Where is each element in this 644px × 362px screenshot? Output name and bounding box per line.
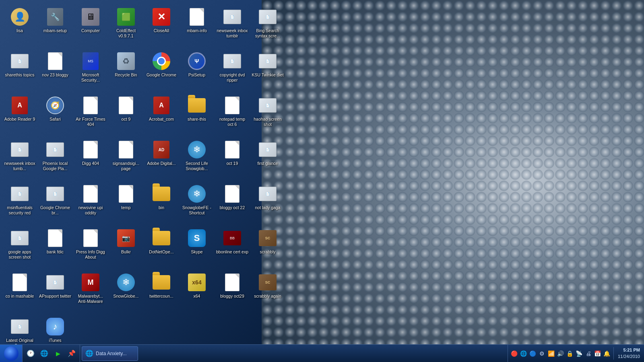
desktop-icon-secondlife[interactable]: ❄Second Life Snowglob... bbox=[179, 137, 215, 181]
ql-pin[interactable]: 📌 bbox=[65, 347, 78, 360]
desktop-icon-bloggy-oct22[interactable]: bloggy oct 22 bbox=[215, 181, 250, 225]
icon-label-msinfluentials: msinfluentials security red bbox=[4, 205, 36, 215]
tray-icon-10[interactable]: 📅 bbox=[594, 350, 602, 358]
desktop-icon-signsandsigi[interactable]: signsandsigi... page bbox=[108, 137, 144, 181]
desktop-icon-ms-security[interactable]: MSMicrosoft Security... bbox=[73, 48, 108, 93]
desktop-icon-bank-fdic[interactable]: bank fdic bbox=[37, 225, 73, 269]
desktop-icon-chrome-br[interactable]: 📄Google Chrome br... bbox=[37, 181, 73, 225]
desktop-icon-copyright-dvd[interactable]: 📄copyright dvd ripper bbox=[215, 48, 250, 93]
desktop-icon-adobe-reader[interactable]: AAdobe Reader 9 bbox=[2, 93, 37, 137]
desktop-icon-bloggy-oct29[interactable]: bloggy oct29 bbox=[215, 269, 250, 314]
desktop-icon-digg-404[interactable]: Digg 404 bbox=[73, 137, 108, 181]
taskbar-windows: 🌐 Data Anxiety... bbox=[80, 345, 508, 362]
desktop-icon-recycle-bin[interactable]: ♻Recycle Bin bbox=[108, 48, 144, 93]
tray-icon-9[interactable]: 🖨 bbox=[584, 350, 592, 358]
icon-label-lisa: lisa bbox=[17, 28, 23, 33]
desktop-icon-notepad-oct6[interactable]: notepad temp oct 6 bbox=[215, 93, 250, 137]
desktop-icon-skype[interactable]: SSkype bbox=[179, 225, 215, 269]
icon-image-computer: 🖥 bbox=[81, 7, 100, 27]
icon-image-latest-bre: 📄 bbox=[10, 317, 29, 336]
desktop-icon-closeall[interactable]: ✕CloseAll bbox=[144, 4, 179, 48]
icon-label-adobe-reader: Adobe Reader 9 bbox=[4, 117, 35, 122]
desktop-icon-newsvine[interactable]: newsvine upi oddity bbox=[73, 181, 108, 225]
desktop-icon-coldeffect[interactable]: 🟩ColdEffect v0.9.7.1 bbox=[108, 4, 144, 48]
icon-image-copyright-dvd: 📄 bbox=[223, 51, 242, 71]
desktop-icon-oct19[interactable]: oct 19 bbox=[215, 137, 250, 181]
tray-icon-7[interactable]: 🔒 bbox=[566, 350, 574, 358]
desktop-icon-mbam-info[interactable]: mbam-info bbox=[179, 4, 215, 48]
desktop-icon-malwarebytes[interactable]: MMalwarebyt... Anti-Malware bbox=[73, 269, 108, 314]
desktop-icon-airforce-times[interactable]: Air Force Times 404 bbox=[73, 93, 108, 137]
tray-icon-3[interactable]: 🔵 bbox=[529, 350, 537, 358]
desktop-icon-scrabbly2[interactable]: SCscrabbly again bbox=[250, 269, 285, 314]
desktop-icon-mbam-setup[interactable]: 🔧mbam-setup bbox=[37, 4, 73, 48]
desktop-icon-psisetup[interactable]: ΨPsiSetup bbox=[179, 48, 215, 93]
desktop-icon-twittercoun[interactable]: twittercoun... bbox=[144, 269, 179, 314]
icon-label-google-apps: google apps screen shot bbox=[4, 249, 36, 259]
tray-icon-2[interactable]: 🌐 bbox=[520, 350, 528, 358]
desktop-icon-x64[interactable]: x64x64 bbox=[179, 269, 215, 314]
desktop-icon-not-lady-gaga[interactable]: 📄not lady gaga bbox=[250, 181, 285, 225]
desktop-icon-adobe-digital[interactable]: ADAdobe Digital... bbox=[144, 137, 179, 181]
icon-image-bulkr: 📷 bbox=[116, 228, 136, 248]
desktop-icon-phoenix-local[interactable]: 📄Phoenix local Google Pla... bbox=[37, 137, 73, 181]
taskbar-window-chrome[interactable]: 🌐 Data Anxiety... bbox=[82, 346, 138, 361]
desktop-icon-snowglobe2[interactable]: ❄SnowGlobe... bbox=[108, 269, 144, 314]
icon-label-bank-fdic: bank fdic bbox=[47, 249, 64, 255]
tray-icon-5[interactable]: 📶 bbox=[547, 350, 555, 358]
icon-label-secondlife: Second Life Snowglob... bbox=[181, 161, 213, 171]
desktop-icon-temp[interactable]: temp bbox=[108, 181, 144, 225]
clock[interactable]: 5:21 PM 11/24/2010 bbox=[613, 347, 644, 360]
tray-icon-11[interactable]: 🔔 bbox=[603, 350, 611, 358]
icon-label-bulkr: Bulkr bbox=[121, 249, 131, 255]
desktop-icon-first-glance[interactable]: 📄first glance bbox=[250, 137, 285, 181]
desktop-icon-haohao[interactable]: 📄haohao screen shot bbox=[250, 93, 285, 137]
desktop-icon-scrabbly[interactable]: SCscrabbly bbox=[250, 225, 285, 269]
ql-ie[interactable]: 🌐 bbox=[38, 347, 51, 360]
thumbnail-icon: 📄 bbox=[259, 54, 277, 68]
desktop-icon-bbonline[interactable]: BBbbonline cert exp bbox=[215, 225, 250, 269]
desktop-icon-google-apps[interactable]: 📄google apps screen shot bbox=[2, 225, 37, 269]
desktop-icon-press-info[interactable]: Press Info Digg About bbox=[73, 225, 108, 269]
desktop-icon-bin[interactable]: bin bbox=[144, 181, 179, 225]
icon-label-safari: Safari bbox=[50, 117, 60, 122]
desktop-icon-acrobat-com[interactable]: AAcrobat_com bbox=[144, 93, 179, 137]
tray-icon-8[interactable]: 📡 bbox=[575, 350, 583, 358]
icon-image-google-chrome bbox=[152, 51, 171, 71]
desktop-icon-lisa[interactable]: 👤lisa bbox=[2, 4, 37, 48]
desktop-icon-bulkr[interactable]: 📷Bulkr bbox=[108, 225, 144, 269]
ql-winamp[interactable]: ▶ bbox=[52, 347, 64, 360]
start-button[interactable] bbox=[0, 345, 23, 362]
icon-image-ksu-twinkie: 📄 bbox=[258, 51, 277, 71]
tray-icon-4[interactable]: ⚙ bbox=[538, 350, 546, 358]
desktop-icon-bing-search[interactable]: 📄Bing Search syntax scre... bbox=[250, 4, 285, 48]
icon-label-malwarebytes: Malwarebyt... Anti-Malware bbox=[74, 294, 107, 304]
desktop-icon-snowglobefe[interactable]: ❄SnowglobeFE - Shortcut bbox=[179, 181, 215, 225]
malware-icon: M bbox=[82, 274, 99, 291]
desktop-icon-co-mashable[interactable]: co in mashable bbox=[2, 269, 37, 314]
desktop-icon-nov23[interactable]: nov 23 bloggy bbox=[37, 48, 73, 93]
icon-image-psisetup: Ψ bbox=[187, 51, 206, 71]
desktop-icon-apsupport[interactable]: 📄APsupport twitter bbox=[37, 269, 73, 314]
desktop-icon-dotnetope[interactable]: DotNetOpe... bbox=[144, 225, 179, 269]
tray-icon-6[interactable]: 🔊 bbox=[557, 350, 565, 358]
icon-image-bin bbox=[152, 184, 171, 204]
desktop-icon-computer[interactable]: 🖥Computer bbox=[73, 4, 108, 48]
thumbnail-icon: 📄 bbox=[11, 187, 29, 201]
desktop-icon-oct9[interactable]: oct 9 bbox=[108, 93, 144, 137]
desktop-icon-msinfluentials[interactable]: 📄msinfluentials security red bbox=[2, 181, 37, 225]
desktop-icon-google-chrome[interactable]: Google Chrome bbox=[144, 48, 179, 93]
document-icon bbox=[225, 141, 239, 158]
desktop-icon-sharethis[interactable]: 📄sharethis topics bbox=[2, 48, 37, 93]
desktop-icon-newsweek-inbox2[interactable]: 📄newsweek inbox tumb... bbox=[2, 137, 37, 181]
desktop-icon-newsweek-inbox[interactable]: 📄newsweek inbox tumblr bbox=[215, 4, 250, 48]
icon-image-ms-security: MS bbox=[81, 51, 100, 71]
desktop-icon-safari[interactable]: 🧭Safari bbox=[37, 93, 73, 137]
tray-icon-1[interactable]: 🔴 bbox=[510, 350, 518, 358]
ql-show-desktop[interactable]: 🕐 bbox=[24, 347, 37, 360]
icon-image-share-this bbox=[187, 96, 206, 115]
icon-label-snowglobe2: SnowGlobe... bbox=[113, 294, 138, 299]
icon-image-oct19 bbox=[223, 140, 242, 159]
desktop-icon-share-this[interactable]: share-this bbox=[179, 93, 215, 137]
desktop-icon-ksu-twinkie[interactable]: 📄KSU Twinkie diet bbox=[250, 48, 285, 93]
